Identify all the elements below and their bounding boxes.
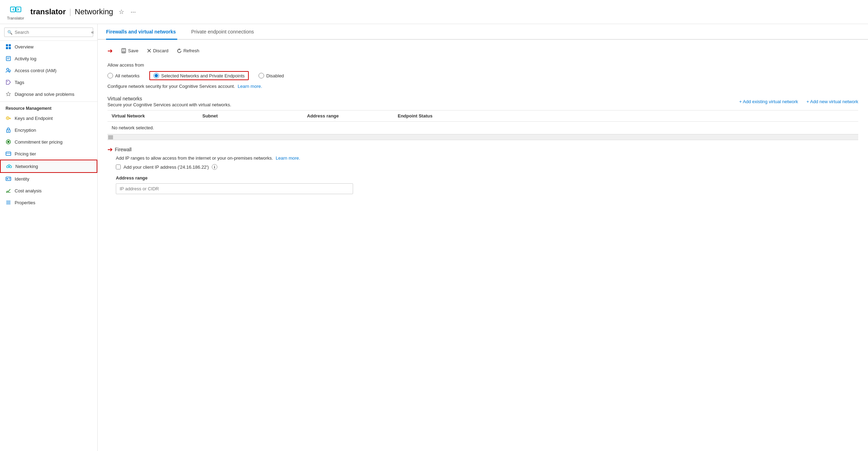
sidebar-item-identity[interactable]: Identity (0, 173, 97, 185)
firewall-title-row: ➔ Firewall (107, 146, 858, 153)
sidebar-search-container: 🔍 « (0, 24, 97, 41)
search-input[interactable] (15, 30, 90, 35)
col-virtual-network: Virtual Network (112, 113, 202, 119)
sidebar-item-label: Properties (15, 200, 35, 205)
sidebar-item-pricing-tier[interactable]: Pricing tier (0, 148, 97, 160)
hscroll-bar[interactable] (107, 135, 858, 140)
radio-all-networks[interactable]: All networks (107, 73, 140, 78)
sidebar-item-encryption[interactable]: Encryption (0, 124, 97, 136)
tab-private-endpoints[interactable]: Private endpoint connections (191, 24, 255, 40)
sidebar-item-commitment-tier[interactable]: Commitment tier pricing (0, 136, 97, 148)
allow-access-title: Allow access from (107, 62, 858, 68)
table-header-row: Virtual Network Subnet Address range End… (107, 110, 858, 122)
radio-group: All networks Selected Networks and Priva… (107, 71, 858, 80)
tags-icon (6, 79, 11, 85)
sidebar-item-label: Pricing tier (15, 151, 36, 156)
sidebar-collapse-button[interactable]: « (91, 29, 94, 35)
col-address-range: Address range (307, 113, 398, 119)
sidebar-item-label: Networking (15, 164, 38, 169)
add-existing-vnet-link[interactable]: + Add existing virtual network (739, 99, 798, 104)
learn-more-link[interactable]: Learn more. (238, 84, 262, 89)
no-data-row: No network selected. (107, 122, 858, 134)
sidebar-item-label: Access control (IAM) (15, 68, 57, 73)
translator-logo-icon (10, 3, 22, 15)
vnet-add-links: + Add existing virtual network + Add new… (739, 99, 858, 104)
sidebar-item-tags[interactable]: Tags (0, 76, 97, 88)
refresh-button[interactable]: Refresh (177, 47, 200, 55)
radio-disabled-label: Disabled (266, 73, 284, 78)
sidebar-item-label: Diagnose and solve problems (15, 92, 74, 97)
radio-selected-networks-label: Selected Networks and Private Endpoints (161, 73, 245, 78)
config-note: Configure network security for your Cogn… (107, 84, 858, 89)
svg-rect-23 (6, 152, 11, 155)
favorite-button[interactable]: ☆ (118, 7, 125, 16)
sidebar: 🔍 « Overview Activity log Access control… (0, 24, 98, 451)
firewall-desc-text: Add IP ranges to allow access from the i… (116, 155, 273, 161)
info-icon[interactable]: ℹ (212, 164, 217, 170)
svg-rect-6 (9, 47, 11, 49)
firewall-desc: Add IP ranges to allow access from the i… (116, 155, 858, 161)
title-separator: | (69, 7, 72, 16)
sidebar-item-activity-log[interactable]: Activity log (0, 53, 97, 64)
content-area: Firewalls and virtual networks Private e… (98, 24, 868, 451)
page-title-main: translator (30, 7, 66, 16)
sidebar-item-label: Encryption (15, 128, 36, 133)
save-icon (121, 48, 126, 53)
address-range-section: Address range (116, 175, 858, 194)
content-body: ➔ Save Discard Refresh Allow access from (98, 40, 868, 201)
app-header: Translator translator | Networking ☆ ··· (0, 0, 868, 24)
sidebar-item-label: Commitment tier pricing (15, 139, 62, 145)
col-endpoint-status: Endpoint Status (398, 113, 467, 119)
more-options-button[interactable]: ··· (130, 8, 136, 16)
activity-log-icon (6, 56, 11, 61)
overview-icon (6, 44, 11, 49)
sidebar-item-label: Identity (15, 176, 29, 182)
svg-point-10 (7, 68, 9, 70)
radio-all-networks-label: All networks (115, 73, 140, 78)
save-arrow-indicator: ➔ (107, 48, 113, 54)
diagnose-icon (6, 91, 11, 97)
client-ip-label: Add your client IP address ('24.16.186.2… (124, 165, 209, 170)
svg-rect-5 (6, 47, 8, 49)
radio-disabled[interactable]: Disabled (259, 73, 284, 78)
toolbar: ➔ Save Discard Refresh (107, 47, 858, 55)
vnet-title: Virtual networks (107, 96, 231, 101)
tabs-container: Firewalls and virtual networks Private e… (98, 24, 868, 40)
search-box[interactable]: 🔍 (4, 28, 93, 37)
add-new-vnet-link[interactable]: + Add new virtual network (807, 99, 859, 104)
address-range-input[interactable] (116, 183, 353, 194)
vnet-header-row: Virtual networks Secure your Cognitive S… (107, 96, 858, 107)
sidebar-item-keys-endpoint[interactable]: Keys and Endpoint (0, 112, 97, 124)
svg-point-14 (7, 81, 8, 82)
firewall-title: Firewall (115, 147, 132, 152)
pricing-icon (6, 151, 11, 156)
sidebar-item-networking[interactable]: Networking (0, 160, 97, 173)
discard-button[interactable]: Discard (147, 47, 169, 55)
svg-rect-4 (9, 44, 11, 46)
allow-access-section: Allow access from All networks Selected … (107, 62, 858, 89)
radio-selected-networks[interactable]: Selected Networks and Private Endpoints (154, 73, 245, 78)
access-control-icon (6, 68, 11, 73)
sidebar-item-cost-analysis[interactable]: Cost analysis (0, 185, 97, 197)
sidebar-item-label: Tags (15, 80, 24, 85)
sidebar-item-access-control[interactable]: Access control (IAM) (0, 64, 97, 76)
sidebar-item-label: Activity log (15, 56, 36, 61)
sidebar-item-properties[interactable]: Properties (0, 197, 97, 208)
firewall-learn-more-link[interactable]: Learn more. (276, 155, 300, 161)
client-ip-checkbox[interactable] (116, 165, 121, 169)
sidebar-item-overview[interactable]: Overview (0, 41, 97, 53)
sidebar-item-diagnose[interactable]: Diagnose and solve problems (0, 88, 97, 100)
tab-firewalls[interactable]: Firewalls and virtual networks (106, 24, 177, 40)
svg-point-30 (7, 178, 8, 179)
radio-selected-networks-input[interactable] (154, 73, 159, 78)
svg-rect-26 (9, 166, 12, 168)
svg-rect-38 (122, 48, 125, 50)
radio-all-networks-input[interactable] (107, 73, 113, 78)
svg-rect-3 (6, 44, 8, 46)
save-button[interactable]: Save (121, 47, 139, 55)
sidebar-item-label: Keys and Endpoint (15, 116, 53, 121)
radio-disabled-input[interactable] (259, 73, 264, 78)
svg-marker-13 (6, 80, 10, 84)
page-title-sub: Networking (75, 7, 113, 16)
properties-icon (6, 200, 11, 205)
